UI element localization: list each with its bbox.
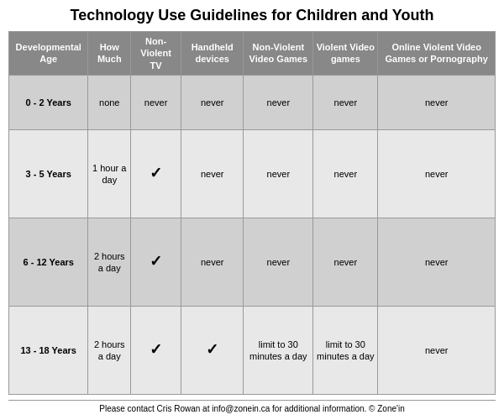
- cell-3-2: ✓: [131, 306, 181, 394]
- col-header-6: Online Violent Video Games or Pornograph…: [378, 32, 496, 76]
- checkmark-icon: ✓: [150, 341, 162, 358]
- cell-1-3: never: [181, 129, 244, 218]
- table-header-row: Developmental AgeHow MuchNon-Violent TVH…: [9, 32, 496, 76]
- cell-2-3: never: [181, 218, 244, 306]
- checkmark-icon: ✓: [150, 253, 162, 270]
- cell-1-1: 1 hour a day: [88, 129, 131, 218]
- col-header-1: How Much: [88, 32, 131, 76]
- cell-1-0: 3 - 5 Years: [9, 129, 88, 218]
- cell-2-2: ✓: [131, 218, 181, 306]
- cell-1-4: never: [244, 129, 313, 218]
- guidelines-table: Developmental AgeHow MuchNon-Violent TVH…: [8, 31, 496, 395]
- cell-2-0: 6 - 12 Years: [9, 218, 88, 306]
- col-header-0: Developmental Age: [9, 32, 88, 76]
- table-row: 6 - 12 Years2 hours a day✓neverneverneve…: [9, 218, 496, 306]
- cell-3-1: 2 hours a day: [88, 306, 131, 394]
- table-row: 0 - 2 Yearsnonenevernevernevernevernever: [9, 75, 496, 129]
- cell-2-1: 2 hours a day: [88, 218, 131, 306]
- cell-3-3: ✓: [181, 306, 244, 394]
- cell-2-4: never: [244, 218, 313, 306]
- col-header-3: Handheld devices: [181, 32, 244, 76]
- table-row: 3 - 5 Years1 hour a day✓nevernevernevern…: [9, 129, 496, 218]
- footer-text: Please contact Cris Rowan at info@zonein…: [8, 400, 496, 413]
- col-header-4: Non-Violent Video Games: [244, 32, 313, 76]
- cell-3-0: 13 - 18 Years: [9, 306, 88, 394]
- cell-0-0: 0 - 2 Years: [9, 75, 88, 129]
- checkmark-icon: ✓: [150, 165, 162, 181]
- cell-1-6: never: [378, 129, 496, 218]
- cell-0-2: never: [131, 75, 181, 129]
- cell-0-1: none: [88, 75, 131, 129]
- cell-0-4: never: [244, 75, 313, 129]
- cell-0-6: never: [378, 75, 496, 129]
- cell-0-3: never: [181, 75, 244, 129]
- cell-0-5: never: [313, 75, 378, 129]
- cell-3-4: limit to 30 minutes a day: [244, 306, 313, 394]
- table-row: 13 - 18 Years2 hours a day✓✓limit to 30 …: [9, 306, 496, 394]
- cell-3-6: never: [378, 306, 496, 394]
- col-header-5: Violent Video games: [313, 32, 378, 76]
- checkmark-icon: ✓: [206, 341, 218, 358]
- cell-1-5: never: [313, 129, 378, 218]
- cell-3-5: limit to 30 minutes a day: [313, 306, 378, 394]
- col-header-2: Non-Violent TV: [131, 32, 181, 76]
- page-title: Technology Use Guidelines for Children a…: [70, 7, 433, 24]
- cell-1-2: ✓: [131, 129, 181, 218]
- cell-2-5: never: [313, 218, 378, 306]
- cell-2-6: never: [378, 218, 496, 306]
